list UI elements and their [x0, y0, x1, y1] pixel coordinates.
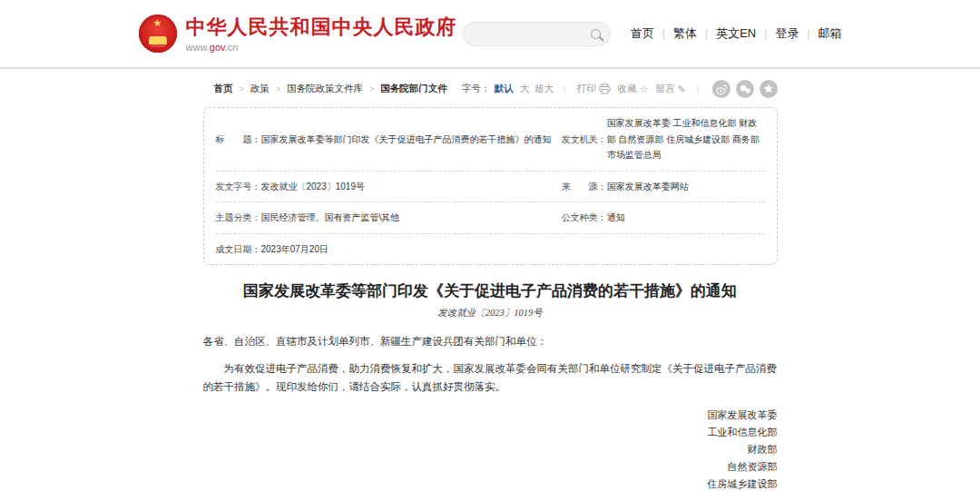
meta-date-label: 成文日期： [216, 241, 261, 258]
meta-title-value: 国家发展改革委等部门印发《关于促进电子产品消费的若干措施》的通知 [261, 132, 552, 148]
site-url[interactable]: www.gov.cn [186, 42, 457, 53]
nav-divider: | [764, 27, 767, 40]
font-size-label: 字号： [462, 83, 491, 95]
main-content: 首页 > 政策 > 国务院政策文件库 > 国务院部门文件 字号： 默认 大 超大… [203, 80, 778, 491]
favorite-button[interactable]: 收藏 ☆ [618, 83, 649, 95]
article-paragraph-main: 为有效促进电子产品消费，助力消费恢复和扩大，国家发展改革委会同有关部门和单位研究… [203, 359, 778, 396]
font-size-default-button[interactable]: 默认 [494, 83, 513, 95]
signature-line: 财政部 [203, 441, 778, 458]
page-tools: 字号： 默认 大 超大 | 打印 收藏 ☆ 留言 ✎ | [462, 80, 778, 98]
top-nav: 首页 | 繁体 | 英文EN | 登录 | 邮箱 [631, 25, 842, 42]
meta-row-date: 成文日期： 2023年07月20日 [216, 234, 765, 265]
breadcrumb-separator: > [276, 84, 280, 93]
meta-source-value: 国家发展改革委网站 [607, 179, 689, 195]
signature-line: 住房城乡建设部 [203, 476, 778, 491]
meta-agency-label: 发文机关： [562, 132, 607, 148]
favorite-label: 收藏 [618, 83, 637, 95]
meta-number-label: 发文字号： [216, 179, 261, 195]
signature-line: 工业和信息化部 [203, 424, 778, 441]
meta-category-cell: 主题分类： 国民经济管理、国有资产监管\其他 [216, 210, 562, 226]
meta-source-label: 来 源： [562, 179, 607, 195]
breadcrumb-policy-library[interactable]: 国务院政策文件库 [287, 83, 363, 95]
brand-text: 中华人民共和国中央人民政府 www.gov.cn [186, 15, 457, 53]
printer-icon [599, 83, 611, 94]
site-logo[interactable]: 中华人民共和国中央人民政府 www.gov.cn [139, 15, 457, 53]
meta-agency-cell: 发文机关： 国家发展改革委 工业和信息化部 财政部 自然资源部 住房城乡建设部 … [562, 115, 765, 163]
print-label: 打印 [577, 83, 596, 95]
meta-title-label: 标 题： [216, 132, 261, 148]
comment-label: 留言 [656, 83, 675, 95]
font-size-xlarge-button[interactable]: 超大 [534, 83, 554, 95]
meta-number-cell: 发文字号： 发改就业〔2023〕1019号 [216, 179, 562, 195]
meta-doctype-value: 通知 [607, 210, 625, 226]
nav-english[interactable]: 英文EN [716, 25, 756, 42]
star-icon: ☆ [640, 83, 649, 95]
nav-divider: | [705, 27, 708, 40]
tools-divider: | [697, 83, 700, 94]
site-header: 中华人民共和国中央人民政府 www.gov.cn 首页 | 繁体 | 英文EN … [0, 0, 980, 69]
site-url-gov: gov [210, 42, 225, 53]
pencil-icon: ✎ [678, 83, 686, 95]
nav-login[interactable]: 登录 [775, 25, 799, 42]
article-title: 国家发展改革委等部门印发《关于促进电子产品消费的若干措施》的通知 [203, 280, 778, 301]
article-paragraph-salutation: 各省、自治区、直辖市及计划单列市、新疆生产建设兵团有关部门和单位： [203, 332, 778, 350]
meta-category-label: 主题分类： [216, 210, 261, 226]
breadcrumb-current: 国务院部门文件 [380, 83, 447, 95]
header-inner: 中华人民共和国中央人民政府 www.gov.cn 首页 | 繁体 | 英文EN … [139, 15, 842, 53]
share-buttons [707, 80, 778, 98]
font-size-large-button[interactable]: 大 [519, 83, 529, 95]
meta-date-cell: 成文日期： 2023年07月20日 [216, 241, 562, 258]
site-url-cn: .cn [225, 42, 239, 53]
nav-home[interactable]: 首页 [631, 25, 654, 42]
article-body: 各省、自治区、直辖市及计划单列市、新疆生产建设兵团有关部门和单位： 为有效促进电… [203, 332, 778, 396]
meta-row-title-agency: 标 题： 国家发展改革委等部门印发《关于促进电子产品消费的若干措施》的通知 发文… [216, 108, 765, 172]
nav-divider: | [807, 27, 809, 40]
meta-doctype-label: 公文种类： [562, 210, 607, 226]
meta-row-category-type: 主题分类： 国民经济管理、国有资产监管\其他 公文种类： 通知 [216, 202, 765, 234]
breadcrumb-separator: > [369, 84, 374, 93]
site-url-www: www. [186, 42, 210, 53]
site-title[interactable]: 中华人民共和国中央人民政府 [186, 15, 457, 39]
meta-agency-value: 国家发展改革委 工业和信息化部 财政部 自然资源部 住房城乡建设部 商务部 市场… [607, 115, 765, 163]
search-box[interactable] [463, 22, 611, 46]
nav-traditional[interactable]: 繁体 [673, 25, 697, 42]
meta-doctype-cell: 公文种类： 通知 [562, 210, 765, 226]
search-input[interactable] [473, 27, 591, 40]
national-emblem-icon [139, 15, 177, 53]
meta-number-value: 发改就业〔2023〕1019号 [261, 179, 366, 195]
nav-divider: | [662, 27, 665, 40]
breadcrumb: 首页 > 政策 > 国务院政策文件库 > 国务院部门文件 [203, 83, 447, 95]
meta-row-number-source: 发文字号： 发改就业〔2023〕1019号 来 源： 国家发展改革委网站 [216, 172, 765, 203]
signature-line: 自然资源部 [203, 458, 778, 476]
meta-category-value: 国民经济管理、国有资产监管\其他 [261, 210, 400, 226]
article-doc-number: 发改就业〔2023〕1019号 [203, 307, 778, 319]
comment-button[interactable]: 留言 ✎ [656, 83, 686, 95]
search-icon[interactable] [591, 29, 601, 39]
document-meta-table: 标 题： 国家发展改革委等部门印发《关于促进电子产品消费的若干措施》的通知 发文… [203, 107, 778, 265]
meta-date-value: 2023年07月20日 [261, 241, 329, 258]
meta-source-cell: 来 源： 国家发展改革委网站 [562, 179, 765, 195]
meta-title-cell: 标 题： 国家发展改革委等部门印发《关于促进电子产品消费的若干措施》的通知 [216, 132, 562, 148]
signature-block: 国家发展改革委 工业和信息化部 财政部 自然资源部 住房城乡建设部 商务部 市场… [203, 407, 778, 491]
print-button[interactable]: 打印 [577, 83, 611, 95]
tools-divider: | [564, 83, 566, 94]
signature-line: 国家发展改革委 [203, 407, 778, 424]
nav-mail[interactable]: 邮箱 [818, 25, 842, 42]
breadcrumb-policy[interactable]: 政策 [250, 83, 270, 95]
qzone-share-icon[interactable] [760, 80, 778, 98]
breadcrumb-home[interactable]: 首页 [214, 83, 233, 95]
toolbar: 首页 > 政策 > 国务院政策文件库 > 国务院部门文件 字号： 默认 大 超大… [203, 80, 778, 98]
breadcrumb-separator: > [240, 84, 244, 93]
wechat-share-icon[interactable] [736, 80, 754, 98]
weibo-share-icon[interactable] [712, 80, 730, 98]
